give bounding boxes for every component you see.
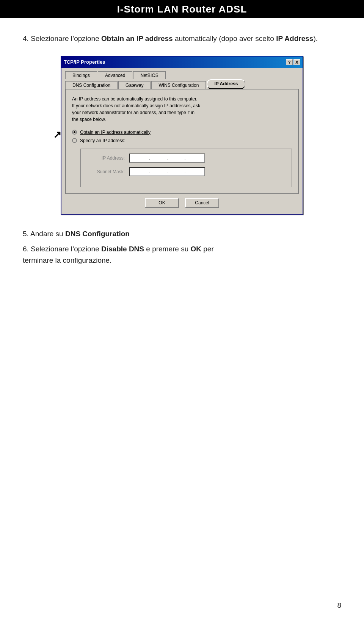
step4-text3: (dopo aver scelto	[217, 34, 276, 42]
dialog-titlebar: TCP/IP Properties ? X	[61, 56, 303, 68]
step5-bold1: DNS Configuration	[65, 230, 130, 238]
header-bar: I-Storm LAN Router ADSL	[0, 0, 364, 18]
radio-specify-wrapper: Specify an IP address:	[72, 138, 292, 143]
step5-text1: 5. Andare su	[23, 230, 65, 238]
page-number: 8	[337, 601, 341, 610]
ip-dot2: .	[166, 155, 168, 161]
ip-description: An IP address can be automatically assig…	[72, 96, 292, 123]
header-title: I-Storm LAN Router ADSL	[117, 3, 247, 15]
step6-bold1: Disable DNS	[101, 245, 144, 253]
close-button[interactable]: X	[293, 59, 300, 65]
tabs-row-2: DNS Configuration Gateway WINS Configura…	[65, 79, 299, 89]
step4-bold2: IP Address	[276, 34, 313, 42]
subnet-mask-row: Subnet Mask: . . .	[87, 167, 286, 176]
arrow-icon: ↗	[53, 129, 61, 141]
radio-specify-input[interactable]	[72, 138, 77, 143]
tab-gateway[interactable]: Gateway	[118, 81, 151, 89]
subnet-dot1: .	[149, 169, 150, 174]
step4-text4: ).	[313, 34, 318, 42]
tab-panel-ip-address: An IP address can be automatically assig…	[65, 89, 299, 194]
subnet-mask-input[interactable]: . . .	[129, 167, 205, 176]
step4-instruction: 4. Selezionare l’opzione Obtain an IP ad…	[23, 33, 341, 44]
step6-text4: terminare la configurazione.	[23, 256, 111, 264]
subnet-dot2: .	[166, 169, 168, 174]
subnet-mask-label: Subnet Mask:	[87, 169, 125, 174]
step6-bold2: OK	[191, 245, 202, 253]
help-button[interactable]: ?	[286, 59, 293, 65]
ip-dot1: .	[149, 155, 150, 161]
dialog-buttons: OK Cancel	[65, 194, 299, 209]
tab-advanced[interactable]: Advanced	[98, 71, 132, 79]
step4-bold1: Obtain an IP address	[101, 34, 173, 42]
tab-bindings[interactable]: Bindings	[65, 71, 97, 79]
dialog-wrapper: TCP/IP Properties ? X Bindings Advanced …	[23, 56, 341, 215]
tab-wins-configuration[interactable]: WINS Configuration	[151, 81, 206, 89]
radio-specify-label: Specify an IP address:	[80, 138, 126, 143]
radio-group: ↗ Obtain an IP address automatically Spe…	[72, 130, 292, 143]
step6-text1: 6. Selezionare l’opzione	[23, 245, 101, 253]
main-content: 4. Selezionare l’opzione Obtain an IP ad…	[0, 18, 364, 285]
ok-button[interactable]: OK	[145, 198, 179, 208]
radio-obtain-input[interactable]	[72, 130, 77, 135]
subnet-dot3: .	[184, 169, 185, 174]
radio-obtain-label: Obtain an IP address automatically	[80, 130, 151, 135]
step6-text2: e premere su	[144, 245, 191, 253]
cancel-button[interactable]: Cancel	[185, 198, 219, 208]
step5-instruction: 5. Andare su DNS Configuration	[23, 228, 341, 240]
dialog-title: TCP/IP Properties	[64, 59, 105, 65]
step6-instruction: 6. Selezionare l’opzione Disable DNS e p…	[23, 243, 341, 267]
ip-address-input[interactable]: . . .	[129, 154, 205, 163]
tab-dns-configuration[interactable]: DNS Configuration	[65, 81, 118, 89]
tab-netbios[interactable]: NetBIOS	[133, 71, 165, 79]
step4-text2: automatically	[173, 34, 217, 42]
specify-ip-box: IP Address: . . .	[80, 149, 292, 187]
ip-address-label: IP Address:	[87, 155, 125, 161]
step6-text3: per	[201, 245, 214, 253]
titlebar-buttons: ? X	[286, 59, 300, 65]
step4-text1: 4. Selezionare l’opzione	[23, 34, 101, 42]
dialog-body: Bindings Advanced NetBIOS DNS Configurat…	[61, 68, 303, 214]
radio-obtain-wrapper: ↗ Obtain an IP address automatically	[72, 130, 292, 135]
ip-address-row: IP Address: . . .	[87, 154, 286, 163]
tcp-ip-dialog: TCP/IP Properties ? X Bindings Advanced …	[61, 56, 303, 215]
ip-dot3: .	[184, 155, 185, 161]
tabs-row-1: Bindings Advanced NetBIOS	[65, 71, 299, 79]
tab-ip-address[interactable]: IP Address	[207, 79, 245, 89]
